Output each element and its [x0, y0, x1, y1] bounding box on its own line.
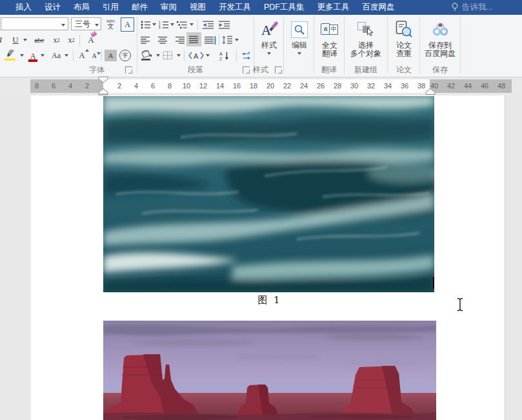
increase-indent-icon	[219, 21, 230, 29]
enclose-characters-button[interactable]: 字	[119, 48, 132, 63]
grow-font-button[interactable]: A	[76, 48, 88, 63]
menu-tab[interactable]: 布局	[67, 0, 96, 15]
align-right-icon	[176, 36, 185, 45]
document-area: 图 1	[0, 95, 522, 420]
ruler-number: 12	[195, 79, 212, 93]
menu-tab[interactable]: 更多工具	[311, 0, 356, 15]
figure1-caption[interactable]: 图 1	[103, 294, 434, 306]
italic-button[interactable]: I	[0, 34, 5, 46]
numbered-list-icon: 1 2 3	[159, 21, 169, 29]
decrease-indent-button[interactable]	[201, 19, 215, 30]
multilevel-dropdown[interactable]	[188, 19, 195, 30]
numbering-button[interactable]: 1 2 3	[158, 19, 169, 30]
menu-tab[interactable]: 开发工具	[212, 0, 257, 15]
superscript-button[interactable]: x2	[65, 34, 77, 46]
font-color-dropdown[interactable]	[39, 48, 46, 63]
increase-indent-button[interactable]	[217, 19, 231, 30]
ruler-number: 28	[329, 79, 346, 93]
shading-button[interactable]	[139, 48, 154, 63]
strikethrough-button[interactable]: abc	[31, 34, 48, 46]
font-size-combobox[interactable]: 三号	[71, 17, 101, 30]
character-border-button[interactable]: A	[121, 17, 134, 32]
translate-group-label: 翻译	[314, 65, 344, 74]
save-to-netdisk-button[interactable]: 保存到 百度网盘	[421, 16, 459, 73]
first-line-indent-marker[interactable]	[98, 76, 108, 83]
separator	[101, 50, 102, 61]
styles-group-label: 样式	[248, 65, 274, 74]
subscript-button[interactable]: x2	[50, 34, 63, 46]
figure1-ocean-image[interactable]	[103, 96, 434, 292]
save-group-label: 保存	[421, 65, 459, 74]
shading-dropdown[interactable]	[155, 48, 161, 63]
phonetic-guide-button[interactable]: wén 文	[103, 17, 118, 31]
edit-button[interactable]: 编辑	[286, 16, 313, 73]
paper-check-button[interactable]: 论文 查重	[390, 16, 418, 73]
styles-button[interactable]: A 样式	[256, 16, 283, 73]
menu-tab[interactable]: 引用	[96, 0, 125, 15]
chevron-down-icon[interactable]	[93, 19, 101, 28]
borders-icon	[163, 51, 173, 60]
edit-button-label: 编辑	[292, 41, 307, 50]
bullets-button[interactable]	[140, 19, 151, 30]
full-text-translate-button[interactable]: a 中 全文 翻译	[316, 16, 344, 73]
clear-formatting-button[interactable]: A	[83, 34, 99, 46]
ruler-number: 16	[228, 79, 245, 93]
ruler-numbers-right: 4042444648	[426, 79, 510, 93]
chevron-down-icon[interactable]	[59, 19, 68, 28]
justify-icon	[189, 35, 199, 44]
sort-button[interactable]: A Z	[219, 48, 230, 63]
menu-tab[interactable]: 视图	[183, 0, 212, 15]
ruler-number: 6	[45, 79, 62, 93]
change-case-dropdown[interactable]	[63, 48, 70, 63]
document-page[interactable]: 图 1	[31, 95, 505, 420]
underline-dropdown[interactable]	[22, 34, 28, 46]
asian-layout-button[interactable]: A	[187, 48, 205, 63]
select-multiple-objects-button[interactable]: 选择 多个对象	[346, 16, 385, 73]
font-color-button[interactable]: A	[27, 48, 39, 63]
right-indent-marker[interactable]	[425, 88, 436, 95]
underline-button[interactable]: U	[9, 34, 22, 46]
borders-dropdown[interactable]	[176, 48, 182, 63]
ruler-number: 48	[493, 79, 510, 93]
separator	[184, 50, 185, 61]
borders-button[interactable]	[162, 48, 174, 63]
line-spacing-button[interactable]	[221, 34, 234, 46]
ruler-number: 2	[79, 79, 95, 93]
highlight-color-button[interactable]	[3, 48, 18, 63]
numbering-dropdown[interactable]	[169, 19, 176, 30]
highlighter-icon	[4, 50, 17, 61]
ruler-number: 8	[161, 79, 178, 93]
grow-font-icon: A	[79, 50, 85, 61]
line-spacing-dropdown[interactable]	[234, 34, 240, 46]
distributed-button[interactable]	[203, 34, 217, 46]
justify-button-selected[interactable]	[186, 32, 201, 46]
multilevel-list-button[interactable]	[176, 19, 188, 30]
font-name-combobox[interactable]	[1, 17, 68, 30]
character-shading-letter: A	[108, 52, 114, 59]
show-marks-button[interactable]	[240, 48, 252, 63]
align-left-button[interactable]	[139, 34, 151, 46]
lightbulb-icon	[451, 3, 459, 12]
change-case-button[interactable]: Aa	[49, 48, 63, 63]
ribbon: 三号 wén 文 A I U abc x2 x2 A	[0, 15, 522, 77]
bullets-dropdown[interactable]	[151, 19, 157, 30]
eraser-icon	[90, 31, 98, 38]
menu-tab[interactable]: 邮件	[125, 0, 154, 15]
menu-tab[interactable]: 百度网盘	[356, 0, 401, 15]
highlight-dropdown[interactable]	[19, 48, 25, 63]
shrink-font-button[interactable]: A	[89, 48, 99, 63]
menu-tab[interactable]: PDF工具集	[257, 0, 311, 15]
figure2-desert-image[interactable]	[103, 321, 436, 420]
menu-tab[interactable]: 审阅	[154, 0, 183, 15]
align-right-button[interactable]	[174, 34, 186, 46]
menu-tab[interactable]: 插入	[9, 0, 38, 15]
sort-icon: A Z	[219, 51, 230, 61]
character-shading-button[interactable]: A	[105, 50, 117, 61]
align-center-button[interactable]	[157, 34, 168, 46]
menu-tab[interactable]: 设计	[38, 0, 67, 15]
font-dialog-launcher[interactable]	[125, 66, 132, 74]
tell-me-box[interactable]: 告诉我...	[451, 0, 493, 15]
decrease-indent-icon	[203, 21, 214, 29]
asian-layout-dropdown[interactable]	[205, 48, 211, 63]
styles-dialog-launcher[interactable]	[275, 66, 282, 74]
